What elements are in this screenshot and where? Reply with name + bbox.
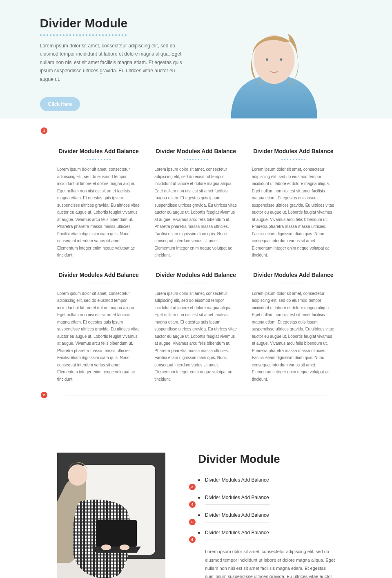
card: Divider Modules Add Balance Lorem ipsum … — [252, 271, 335, 383]
short-divider — [205, 504, 270, 505]
double-line-divider — [182, 283, 210, 284]
cards-section: 1 Divider Modules Add Balance Lorem ipsu… — [0, 118, 392, 428]
short-divider — [205, 522, 270, 522]
callout-badge-4: 4 — [189, 501, 196, 508]
callout-badge-3: 3 — [189, 484, 196, 490]
section-divider — [65, 395, 327, 395]
list-item: Divider Modules Add Balance — [198, 530, 335, 536]
callout-badge-2: 2 — [41, 392, 47, 398]
card-title: Divider Modules Add Balance — [252, 147, 335, 155]
card-text: Lorem ipsum dolor sit amet, consectetur … — [154, 166, 237, 259]
card-title: Divider Modules Add Balance — [154, 147, 237, 155]
card-title: Divider Modules Add Balance — [154, 271, 237, 279]
svg-point-10 — [68, 464, 87, 486]
list-item: Divider Modules Add Balance — [198, 512, 335, 518]
bottom-title: Divider Module — [198, 453, 335, 466]
card-title: Divider Modules Add Balance — [57, 271, 140, 279]
hero-text: Lorem ipsum dolor sit amet, consectetur … — [40, 42, 184, 83]
card: Divider Modules Add Balance Lorem ipsum … — [57, 147, 140, 259]
double-line-divider — [279, 283, 307, 284]
dots-divider-small — [252, 159, 335, 160]
svg-rect-9 — [96, 520, 137, 547]
short-divider — [205, 540, 270, 540]
dots-divider-small — [154, 159, 237, 160]
card: Divider Modules Add Balance Lorem ipsum … — [154, 271, 237, 383]
card: Divider Modules Add Balance Lorem ipsum … — [154, 147, 237, 259]
svg-point-12 — [120, 545, 129, 550]
card-text: Lorem ipsum dolor sit amet, consectetur … — [57, 166, 140, 259]
click-here-button[interactable]: Click Here — [40, 97, 80, 111]
section-divider — [65, 131, 327, 131]
callout-badge-6: 6 — [189, 536, 196, 543]
card-text: Lorem ipsum dolor sit amet, consectetur … — [57, 290, 140, 383]
list-item: Divider Modules Add Balance — [198, 495, 335, 500]
card: Divider Modules Add Balance Lorem ipsum … — [252, 147, 335, 259]
svg-point-2 — [280, 58, 283, 61]
list-item: Divider Modules Add Balance — [198, 477, 335, 483]
double-line-divider — [85, 283, 113, 284]
hero-image — [196, 16, 352, 118]
svg-point-11 — [101, 545, 111, 550]
dots-divider — [40, 34, 184, 36]
card-title: Divider Modules Add Balance — [57, 147, 140, 155]
hero-title: Divider Module — [40, 16, 184, 30]
card-text: Lorem ipsum dolor sit amet, consectetur … — [252, 290, 335, 383]
card-text: Lorem ipsum dolor sit amet, consectetur … — [154, 290, 237, 383]
bottom-section: Divider Module Divider Modules Add Balan… — [0, 428, 392, 578]
card: Divider Modules Add Balance Lorem ipsum … — [57, 271, 140, 383]
callout-badge-1: 1 — [41, 127, 47, 134]
short-divider — [205, 487, 270, 487]
sofa-image — [57, 453, 165, 578]
card-text: Lorem ipsum dolor sit amet, consectetur … — [252, 166, 335, 259]
card-title: Divider Modules Add Balance — [252, 271, 335, 279]
svg-point-1 — [266, 58, 268, 61]
callout-badge-5: 5 — [189, 519, 196, 525]
bottom-paragraph: Lorem ipsum dolor sit amet, consectetur … — [205, 547, 335, 578]
hero-section: Divider Module Lorem ipsum dolor sit ame… — [0, 0, 392, 118]
person-photo-icon — [196, 16, 352, 118]
dots-divider-small — [57, 159, 140, 160]
